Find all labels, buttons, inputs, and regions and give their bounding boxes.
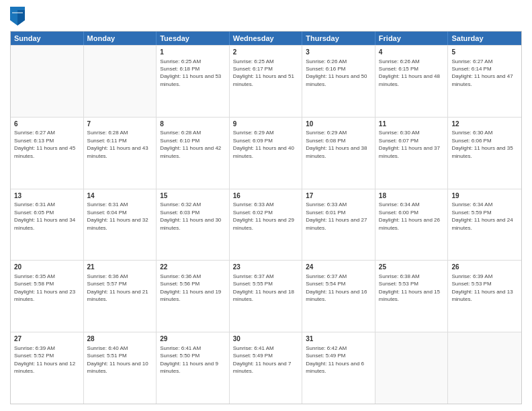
header-day-wednesday: Wednesday (230, 32, 303, 45)
cell-text: Sunrise: 6:40 AM Sunset: 5:51 PM Dayligh… (87, 345, 148, 374)
day-number: 15 (160, 191, 226, 201)
calendar-cell-3-1: 21Sunrise: 6:36 AM Sunset: 5:57 PM Dayli… (84, 261, 157, 332)
cell-text: Sunrise: 6:35 AM Sunset: 5:58 PM Dayligh… (14, 273, 75, 302)
calendar-cell-2-0: 13Sunrise: 6:31 AM Sunset: 6:05 PM Dayli… (11, 189, 84, 261)
calendar-cell-1-4: 10Sunrise: 6:29 AM Sunset: 6:08 PM Dayli… (302, 118, 375, 189)
cell-text: Sunrise: 6:25 AM Sunset: 6:18 PM Dayligh… (160, 58, 221, 87)
header-day-sunday: Sunday (11, 32, 84, 45)
day-number: 31 (306, 334, 371, 344)
header-day-saturday: Saturday (448, 32, 521, 45)
cell-text: Sunrise: 6:26 AM Sunset: 6:15 PM Dayligh… (379, 58, 440, 87)
cell-text: Sunrise: 6:36 AM Sunset: 5:57 PM Dayligh… (87, 273, 148, 302)
calendar-cell-1-1: 7Sunrise: 6:28 AM Sunset: 6:11 PM Daylig… (84, 118, 157, 189)
cell-text: Sunrise: 6:37 AM Sunset: 5:55 PM Dayligh… (233, 273, 294, 302)
day-number: 26 (451, 263, 518, 272)
calendar-cell-1-0: 6Sunrise: 6:27 AM Sunset: 6:13 PM Daylig… (11, 118, 84, 189)
calendar-cell-3-3: 23Sunrise: 6:37 AM Sunset: 5:55 PM Dayli… (230, 261, 303, 332)
calendar-cell-1-6: 12Sunrise: 6:30 AM Sunset: 6:06 PM Dayli… (448, 118, 521, 189)
cell-text: Sunrise: 6:28 AM Sunset: 6:11 PM Dayligh… (87, 130, 148, 158)
calendar-cell-2-3: 16Sunrise: 6:33 AM Sunset: 6:02 PM Dayli… (230, 189, 303, 261)
day-number: 11 (379, 120, 445, 129)
day-number: 27 (14, 334, 80, 344)
header-day-friday: Friday (375, 32, 449, 45)
logo-icon (10, 7, 25, 26)
day-number: 17 (306, 191, 371, 201)
day-number: 5 (451, 48, 518, 57)
calendar-cell-2-4: 17Sunrise: 6:33 AM Sunset: 6:01 PM Dayli… (302, 189, 375, 261)
day-number: 28 (87, 334, 153, 344)
cell-text: Sunrise: 6:27 AM Sunset: 6:13 PM Dayligh… (14, 130, 75, 158)
day-number: 24 (306, 263, 371, 272)
day-number: 23 (233, 263, 299, 272)
calendar-cell-4-3: 30Sunrise: 6:41 AM Sunset: 5:49 PM Dayli… (230, 332, 303, 404)
day-number: 7 (87, 120, 153, 129)
calendar-cell-1-2: 8Sunrise: 6:28 AM Sunset: 6:10 PM Daylig… (157, 118, 230, 189)
cell-text: Sunrise: 6:34 AM Sunset: 5:59 PM Dayligh… (451, 201, 513, 230)
day-number: 29 (160, 334, 226, 344)
calendar-cell-1-3: 9Sunrise: 6:29 AM Sunset: 6:09 PM Daylig… (230, 118, 303, 189)
calendar-cell-2-2: 15Sunrise: 6:32 AM Sunset: 6:03 PM Dayli… (157, 189, 230, 261)
calendar-cell-1-5: 11Sunrise: 6:30 AM Sunset: 6:07 PM Dayli… (375, 118, 449, 189)
calendar-row-3: 20Sunrise: 6:35 AM Sunset: 5:58 PM Dayli… (11, 260, 521, 332)
calendar-cell-2-1: 14Sunrise: 6:31 AM Sunset: 6:04 PM Dayli… (84, 189, 157, 261)
calendar-row-0: 1Sunrise: 6:25 AM Sunset: 6:18 PM Daylig… (11, 45, 521, 117)
cell-text: Sunrise: 6:41 AM Sunset: 5:49 PM Dayligh… (233, 345, 292, 374)
cell-text: Sunrise: 6:25 AM Sunset: 6:17 PM Dayligh… (233, 58, 294, 87)
day-number: 1 (160, 48, 226, 57)
cell-text: Sunrise: 6:27 AM Sunset: 6:14 PM Dayligh… (451, 58, 513, 87)
calendar-cell-0-2: 1Sunrise: 6:25 AM Sunset: 6:18 PM Daylig… (157, 46, 230, 117)
calendar-cell-2-5: 18Sunrise: 6:34 AM Sunset: 6:00 PM Dayli… (375, 189, 449, 261)
calendar-cell-3-5: 25Sunrise: 6:38 AM Sunset: 5:53 PM Dayli… (375, 261, 449, 332)
header-day-thursday: Thursday (302, 32, 375, 45)
day-number: 19 (451, 191, 518, 201)
cell-text: Sunrise: 6:26 AM Sunset: 6:16 PM Dayligh… (306, 58, 367, 87)
cell-text: Sunrise: 6:32 AM Sunset: 6:03 PM Dayligh… (160, 201, 221, 230)
calendar-cell-4-5 (375, 332, 449, 404)
cell-text: Sunrise: 6:34 AM Sunset: 6:00 PM Dayligh… (379, 201, 440, 230)
cell-text: Sunrise: 6:39 AM Sunset: 5:52 PM Dayligh… (14, 345, 75, 374)
calendar-header: SundayMondayTuesdayWednesdayThursdayFrid… (11, 32, 521, 45)
cell-text: Sunrise: 6:41 AM Sunset: 5:50 PM Dayligh… (160, 345, 218, 374)
day-number: 10 (306, 120, 371, 129)
day-number: 13 (14, 191, 80, 201)
calendar-cell-0-0 (11, 46, 84, 117)
cell-text: Sunrise: 6:31 AM Sunset: 6:05 PM Dayligh… (14, 201, 75, 230)
day-number: 18 (379, 191, 445, 201)
cell-text: Sunrise: 6:30 AM Sunset: 6:07 PM Dayligh… (379, 130, 440, 158)
calendar-cell-4-2: 29Sunrise: 6:41 AM Sunset: 5:50 PM Dayli… (157, 332, 230, 404)
calendar: SundayMondayTuesdayWednesdayThursdayFrid… (10, 31, 522, 404)
day-number: 14 (87, 191, 153, 201)
day-number: 6 (14, 120, 80, 129)
calendar-cell-2-6: 19Sunrise: 6:34 AM Sunset: 5:59 PM Dayli… (448, 189, 521, 261)
day-number: 12 (451, 120, 518, 129)
calendar-cell-4-0: 27Sunrise: 6:39 AM Sunset: 5:52 PM Dayli… (11, 332, 84, 404)
header-day-tuesday: Tuesday (157, 32, 230, 45)
calendar-row-4: 27Sunrise: 6:39 AM Sunset: 5:52 PM Dayli… (11, 332, 521, 404)
header-day-monday: Monday (84, 32, 157, 45)
day-number: 3 (306, 48, 371, 57)
calendar-cell-4-6 (448, 332, 521, 404)
calendar-cell-0-5: 4Sunrise: 6:26 AM Sunset: 6:15 PM Daylig… (375, 46, 449, 117)
day-number: 4 (379, 48, 445, 57)
calendar-body: 1Sunrise: 6:25 AM Sunset: 6:18 PM Daylig… (11, 45, 521, 404)
cell-text: Sunrise: 6:29 AM Sunset: 6:08 PM Dayligh… (306, 130, 367, 158)
day-number: 30 (233, 334, 299, 344)
cell-text: Sunrise: 6:28 AM Sunset: 6:10 PM Dayligh… (160, 130, 221, 158)
calendar-cell-3-6: 26Sunrise: 6:39 AM Sunset: 5:53 PM Dayli… (448, 261, 521, 332)
calendar-cell-0-1 (84, 46, 157, 117)
cell-text: Sunrise: 6:30 AM Sunset: 6:06 PM Dayligh… (451, 130, 513, 158)
calendar-cell-3-2: 22Sunrise: 6:36 AM Sunset: 5:56 PM Dayli… (157, 261, 230, 332)
cell-text: Sunrise: 6:33 AM Sunset: 6:01 PM Dayligh… (306, 201, 367, 230)
calendar-cell-3-0: 20Sunrise: 6:35 AM Sunset: 5:58 PM Dayli… (11, 261, 84, 332)
calendar-cell-0-3: 2Sunrise: 6:25 AM Sunset: 6:17 PM Daylig… (230, 46, 303, 117)
svg-marker-2 (12, 12, 23, 13)
day-number: 22 (160, 263, 226, 272)
header (10, 7, 522, 26)
day-number: 9 (233, 120, 299, 129)
day-number: 21 (87, 263, 153, 272)
day-number: 2 (233, 48, 299, 57)
page: SundayMondayTuesdayWednesdayThursdayFrid… (0, 0, 532, 411)
cell-text: Sunrise: 6:42 AM Sunset: 5:49 PM Dayligh… (306, 345, 364, 374)
calendar-cell-3-4: 24Sunrise: 6:37 AM Sunset: 5:54 PM Dayli… (302, 261, 375, 332)
calendar-cell-0-6: 5Sunrise: 6:27 AM Sunset: 6:14 PM Daylig… (448, 46, 521, 117)
